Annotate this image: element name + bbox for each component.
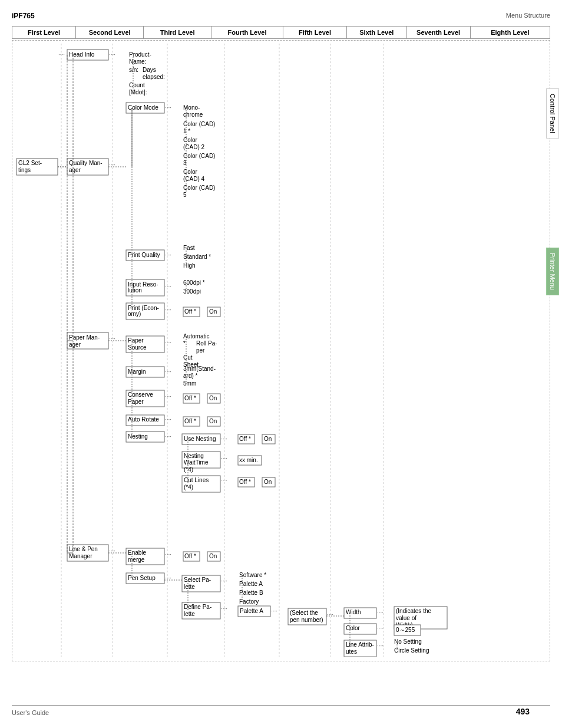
col-sixth-level: Sixth Level [347, 27, 406, 39]
col-seventh-level: Seventh Level [406, 27, 470, 39]
svg-text:ard) *: ard) * [183, 373, 198, 379]
svg-text:On: On [209, 418, 217, 424]
col-third-level: Third Level [144, 27, 211, 39]
svg-text:····: ···· [109, 548, 115, 554]
svg-text:Fast: Fast [183, 245, 195, 251]
svg-text:Color (CAD): Color (CAD) [183, 153, 215, 159]
svg-text:xx min.: xx min. [239, 457, 258, 463]
col-second-level: Second Level [76, 27, 144, 39]
svg-text:utes: utes [346, 648, 357, 655]
svg-text:On: On [264, 436, 272, 442]
svg-text:Nesting: Nesting [184, 453, 204, 459]
svg-text:s/n:: s/n: [129, 67, 138, 73]
svg-text:Palette B: Palette B [239, 589, 263, 596]
svg-text:Software *: Software * [239, 572, 266, 578]
svg-text:Select Pa-: Select Pa- [184, 577, 211, 583]
svg-text:Roll Pa-: Roll Pa- [196, 340, 217, 347]
svg-text:lution: lution [128, 287, 142, 294]
svg-text:3mm(Stand-: 3mm(Stand- [183, 365, 216, 372]
svg-text:GL2 Set-: GL2 Set- [18, 160, 42, 166]
svg-text:chrome: chrome [183, 111, 203, 118]
svg-text:Product-: Product- [129, 51, 151, 58]
control-panel-label: Control Panel [546, 88, 559, 139]
svg-text:5: 5 [183, 192, 187, 198]
svg-text:····: ···· [109, 335, 115, 342]
svg-text:(Indicates the: (Indicates the [396, 608, 431, 614]
svg-text:On: On [209, 553, 217, 559]
svg-text:Cut: Cut [183, 354, 193, 361]
svg-text:····: ···· [327, 611, 333, 618]
svg-text:Mono-: Mono- [183, 104, 200, 111]
svg-text:····: ···· [377, 609, 384, 615]
svg-text:[Mdot]:: [Mdot]: [129, 89, 147, 95]
svg-text:Standard *: Standard * [183, 253, 211, 260]
svg-text:Auto Rotate: Auto Rotate [128, 416, 159, 423]
col-fifth-level: Fifth Level [283, 27, 346, 39]
svg-text:····: ···· [165, 307, 171, 313]
column-headers: First Level Second Level Third Level Fou… [12, 26, 550, 39]
svg-text:····: ···· [165, 575, 171, 581]
svg-text:0～255: 0～255 [396, 627, 415, 633]
svg-text:Name:: Name: [129, 58, 146, 65]
svg-text:On: On [209, 395, 217, 401]
svg-text:····: ···· [221, 578, 227, 584]
svg-text:600dpi *: 600dpi * [183, 279, 205, 286]
svg-text:····: ···· [165, 252, 171, 258]
col-fourth-level: Fourth Level [211, 27, 283, 39]
svg-text:pen number): pen number) [290, 617, 323, 623]
svg-text:(Select the: (Select the [290, 610, 318, 616]
svg-text:Paper: Paper [128, 398, 144, 405]
svg-text:····: ···· [377, 625, 384, 631]
svg-text:Days: Days [143, 67, 156, 73]
footer-label: User's Guide [12, 709, 49, 716]
svg-text:····: ···· [165, 393, 171, 400]
svg-text:Off *: Off * [239, 436, 251, 442]
svg-text:elapsed:: elapsed: [143, 74, 165, 80]
svg-text:····: ···· [221, 455, 227, 462]
svg-text:1 *: 1 * [183, 128, 190, 134]
svg-text:····: ···· [165, 339, 171, 345]
svg-text:····: ···· [221, 436, 227, 442]
svg-text:Use Nesting: Use Nesting [184, 436, 216, 442]
svg-text:(*4): (*4) [184, 484, 193, 490]
svg-text:Paper: Paper [128, 337, 144, 344]
svg-text:Automatic: Automatic [183, 333, 209, 340]
doc-section: Menu Structure [506, 12, 550, 19]
svg-text:Print Quality: Print Quality [128, 252, 160, 258]
svg-text:Color (CAD): Color (CAD) [183, 121, 215, 127]
svg-text:····: ···· [221, 605, 227, 612]
svg-text:Off *: Off * [239, 479, 251, 485]
svg-text:····: ···· [165, 433, 171, 440]
svg-text:····: ···· [165, 283, 171, 289]
svg-text:Color: Color [346, 625, 361, 631]
menu-tree-diagram: GL2 Set- tings Head Info ···· Quality Ma… [15, 44, 528, 657]
svg-text:lette: lette [184, 584, 195, 590]
svg-text:····: ···· [165, 368, 171, 375]
svg-text:····: ···· [165, 551, 171, 558]
svg-text:Palette A: Palette A [239, 581, 263, 587]
svg-text:(CAD) 2: (CAD) 2 [183, 144, 205, 150]
svg-text:Off *: Off * [184, 395, 196, 401]
svg-text:value of: value of [396, 615, 416, 621]
svg-text:Count: Count [129, 82, 145, 88]
svg-text:Color Mode: Color Mode [128, 104, 158, 111]
svg-text:····: ···· [377, 643, 384, 649]
svg-text:Color (CAD): Color (CAD) [183, 185, 215, 191]
svg-text:omy): omy) [128, 311, 141, 317]
svg-text:On: On [209, 308, 217, 315]
svg-text:Circle Setting: Circle Setting [394, 647, 429, 654]
svg-text:Paper Man-: Paper Man- [69, 334, 100, 341]
svg-text:tings: tings [18, 167, 31, 173]
svg-text:merge: merge [128, 556, 145, 563]
svg-text:Width: Width [346, 609, 361, 615]
svg-text:Palette A: Palette A [240, 608, 263, 614]
svg-text:No Setting: No Setting [394, 638, 422, 645]
svg-text:ager: ager [69, 341, 81, 348]
svg-text:····: ···· [109, 162, 115, 168]
svg-text:····: ···· [271, 608, 277, 614]
svg-text:Enable: Enable [128, 549, 147, 556]
svg-text:····: ···· [165, 104, 171, 111]
svg-text:····: ···· [221, 477, 227, 483]
svg-text:Color: Color [183, 137, 198, 143]
svg-text:Quality Man-: Quality Man- [69, 160, 103, 166]
